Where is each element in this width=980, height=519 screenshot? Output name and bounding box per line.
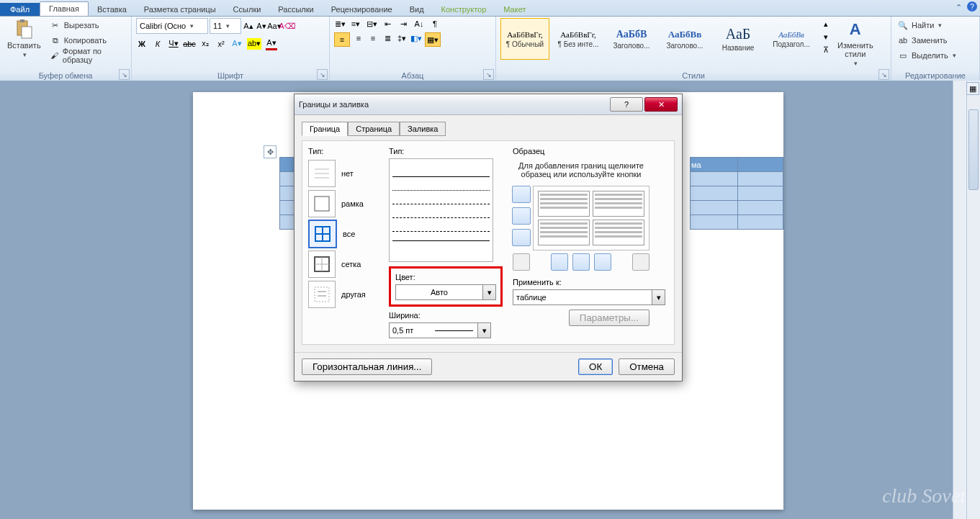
tab-home[interactable]: Главная — [40, 1, 89, 16]
bullets-icon[interactable]: ≣▾ — [334, 18, 346, 30]
styles-launcher[interactable]: ↘ — [878, 69, 889, 80]
group-editing-label: Редактирование — [896, 71, 975, 81]
preview-vmid-border-button[interactable] — [572, 253, 590, 271]
align-right-icon[interactable]: ≡ — [367, 32, 379, 44]
bg-table-right[interactable]: ма — [690, 157, 783, 230]
ruler-vertical[interactable] — [953, 81, 966, 519]
type-none[interactable]: нет — [308, 158, 380, 189]
strike-icon[interactable]: abc — [184, 38, 195, 50]
type-all[interactable]: все — [308, 219, 380, 249]
borders-icon[interactable]: ▦▾ — [425, 32, 441, 47]
tab-file[interactable]: Файл — [0, 3, 40, 16]
scrollbar-vertical[interactable] — [966, 81, 980, 519]
align-center-icon[interactable]: ≡ — [353, 32, 364, 44]
color-combo[interactable]: Авто▾ — [395, 284, 496, 300]
dedent-icon[interactable]: ⇤ — [382, 18, 393, 30]
underline-icon[interactable]: Ч▾ — [168, 38, 179, 50]
font-launcher[interactable]: ↘ — [317, 69, 328, 80]
help-icon[interactable]: ? — [967, 1, 977, 12]
clipboard-launcher[interactable]: ↘ — [119, 69, 130, 80]
horizontal-line-button[interactable]: Горизонтальная линия... — [302, 358, 432, 375]
line-spacing-icon[interactable]: ‡▾ — [396, 32, 408, 44]
preview-top-border-button[interactable] — [512, 186, 531, 203]
highlight-icon[interactable]: ab▾ — [247, 38, 261, 50]
tab-view[interactable]: Вид — [401, 3, 433, 16]
preview-diag1-button[interactable] — [513, 253, 530, 271]
subscript-icon[interactable]: x₂ — [199, 38, 211, 50]
preview-diag2-button[interactable] — [632, 253, 649, 271]
type-grid[interactable]: сетка — [308, 249, 380, 279]
cancel-button[interactable]: Отмена — [619, 358, 675, 375]
find-button[interactable]: 🔍Найти▾ — [896, 18, 943, 32]
dialog-help-button[interactable]: ? — [610, 97, 643, 112]
font-color-icon[interactable]: A▾ — [266, 37, 277, 50]
numbering-icon[interactable]: ≡▾ — [350, 18, 361, 30]
clear-format-icon[interactable]: A⌫ — [282, 20, 293, 32]
align-left-icon[interactable]: ≡ — [334, 32, 350, 47]
tab-table-layout[interactable]: Макет — [495, 3, 534, 16]
style-subtitle[interactable]: АаБбВвПодзагол... — [767, 18, 816, 60]
style-normal[interactable]: АаБбВвГг,¶ Обычный — [500, 18, 549, 60]
change-styles-button[interactable]: A Изменить стили▾ — [835, 18, 876, 68]
tab-mailings[interactable]: Рассылки — [269, 3, 322, 16]
style-heading2[interactable]: АаБбВвЗаголово... — [660, 18, 709, 60]
italic-icon[interactable]: К — [152, 38, 163, 50]
dialog-tab-border[interactable]: Граница — [302, 122, 348, 136]
preview-hint: Для добавления границ щелкните образец и… — [513, 161, 649, 179]
superscript-icon[interactable]: x² — [215, 38, 227, 50]
bold-icon[interactable]: Ж — [136, 38, 148, 50]
select-button[interactable]: ▭Выделить▾ — [896, 48, 958, 63]
table-move-handle[interactable]: ✥ — [264, 145, 277, 158]
tab-table-design[interactable]: Конструктор — [433, 3, 495, 16]
indent-icon[interactable]: ⇥ — [397, 18, 409, 30]
width-combo[interactable]: 0,5 пт▾ — [389, 322, 491, 338]
type-grid-icon — [308, 251, 336, 278]
preview-left-border-button[interactable] — [551, 253, 568, 271]
preview-hmid-border-button[interactable] — [512, 207, 531, 225]
preview-bottom-border-button[interactable] — [512, 229, 531, 246]
tab-review[interactable]: Рецензирование — [323, 3, 401, 16]
tab-page-layout[interactable]: Разметка страницы — [135, 3, 225, 16]
dialog-tab-page[interactable]: Страница — [348, 122, 400, 136]
dialog-titlebar[interactable]: Границы и заливка ? ✕ — [295, 94, 682, 115]
multilevel-icon[interactable]: ⊟▾ — [366, 18, 377, 30]
type-custom[interactable]: другая — [308, 279, 380, 310]
text-effects-icon[interactable]: A▾ — [231, 38, 243, 50]
show-marks-icon[interactable]: ¶ — [429, 18, 441, 30]
tab-references[interactable]: Ссылки — [225, 3, 270, 16]
styles-down-icon[interactable]: ▾ — [820, 31, 832, 42]
ok-button[interactable]: ОК — [578, 358, 613, 375]
type-box[interactable]: рамка — [308, 189, 380, 219]
shrink-font-icon[interactable]: A▾ — [256, 20, 267, 32]
grow-font-icon[interactable]: A▴ — [243, 20, 254, 32]
styles-more-icon[interactable]: ⊼ — [820, 44, 832, 55]
apply-to-combo[interactable]: таблице▾ — [513, 289, 665, 305]
justify-icon[interactable]: ≣ — [382, 32, 393, 44]
dialog-close-button[interactable]: ✕ — [644, 97, 678, 112]
shading-icon[interactable]: ◧▾ — [410, 32, 422, 44]
replace-button[interactable]: abЗаменить — [896, 33, 948, 48]
chevron-down-icon: ▾ — [477, 323, 490, 338]
sort-icon[interactable]: A↓ — [413, 18, 425, 30]
styles-up-icon[interactable]: ▴ — [820, 18, 832, 30]
ribbon-minimize-icon[interactable]: ⌃ — [953, 1, 964, 13]
line-style-list[interactable] — [389, 158, 493, 262]
preview-right-border-button[interactable] — [594, 253, 611, 271]
paste-button[interactable]: Вставить ▾ — [4, 18, 44, 60]
style-title[interactable]: АаБНазвание — [714, 18, 763, 60]
copy-button[interactable]: ⧉Копировать — [48, 33, 127, 48]
format-painter-button[interactable]: 🖌Формат по образцу — [48, 48, 127, 63]
group-editing: 🔍Найти▾ abЗаменить ▭Выделить▾ Редактиров… — [891, 17, 980, 81]
group-clipboard: Вставить ▾ ✂Вырезать ⧉Копировать 🖌Формат… — [0, 17, 132, 81]
font-size-combo[interactable]: 11▾ — [210, 18, 241, 34]
font-name-combo[interactable]: Calibri (Осно▾ — [136, 18, 208, 34]
para-launcher[interactable]: ↘ — [483, 69, 494, 80]
cut-button[interactable]: ✂Вырезать — [48, 18, 127, 32]
preview-canvas[interactable] — [533, 186, 649, 251]
style-no-spacing[interactable]: АаБбВвГг,¶ Без инте... — [554, 18, 603, 60]
ruler-toggle-icon[interactable]: ▦ — [966, 82, 979, 95]
tab-insert[interactable]: Вставка — [89, 3, 135, 16]
dialog-tab-fill[interactable]: Заливка — [400, 122, 446, 136]
scrollbar-thumb[interactable] — [968, 109, 979, 190]
style-heading1[interactable]: АаБбВЗаголово... — [607, 18, 656, 60]
